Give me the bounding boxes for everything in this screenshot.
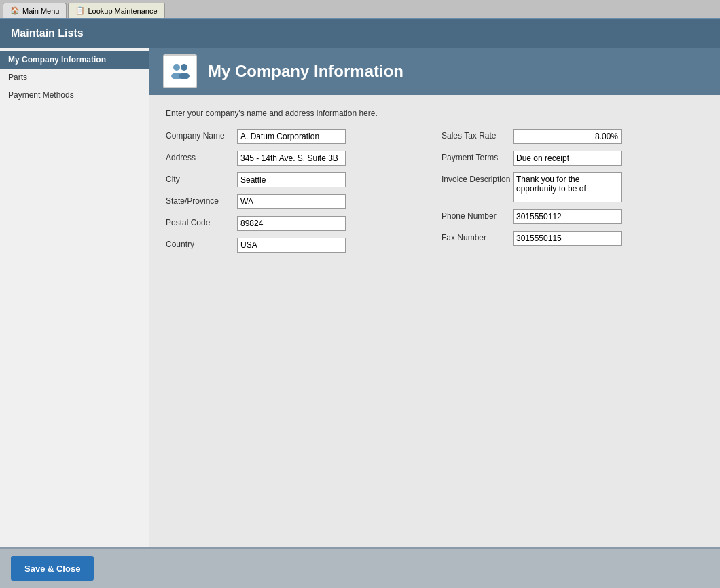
form-description: Enter your company's name and address in… bbox=[166, 109, 704, 118]
sidebar: My Company Information Parts Payment Met… bbox=[0, 48, 149, 547]
tab-main-menu[interactable]: 🏠 Main Menu bbox=[3, 3, 67, 18]
payment-terms-input[interactable] bbox=[513, 151, 622, 166]
city-input[interactable] bbox=[237, 172, 346, 187]
sales-tax-rate-label: Sales Tax Rate bbox=[442, 129, 513, 141]
tab-lookup-maintenance-label: Lookup Maintenance bbox=[88, 7, 157, 15]
svg-point-0 bbox=[173, 64, 180, 71]
country-label: Country bbox=[166, 238, 237, 249]
fax-number-row: Fax Number bbox=[442, 231, 704, 246]
svg-point-2 bbox=[181, 64, 187, 71]
sidebar-item-my-company-information[interactable]: My Company Information bbox=[0, 51, 149, 69]
fax-number-input[interactable] bbox=[513, 231, 622, 246]
address-input[interactable] bbox=[237, 151, 346, 166]
tab-bar: 🏠 Main Menu 📋 Lookup Maintenance bbox=[0, 0, 720, 19]
postal-code-row: Postal Code bbox=[166, 216, 428, 231]
phone-number-row: Phone Number bbox=[442, 209, 704, 224]
address-label: Address bbox=[166, 151, 237, 162]
app-header-title: Maintain Lists bbox=[11, 27, 84, 39]
postal-code-label: Postal Code bbox=[166, 216, 237, 227]
form-grid: Company Name Address City State/Province bbox=[166, 129, 704, 257]
sales-tax-rate-row: Sales Tax Rate bbox=[442, 129, 704, 144]
sales-tax-rate-input[interactable] bbox=[513, 129, 622, 144]
form-right-section: Sales Tax Rate Payment Terms Invoice Des… bbox=[442, 129, 704, 257]
phone-number-label: Phone Number bbox=[442, 209, 513, 221]
country-input[interactable] bbox=[237, 238, 346, 253]
payment-terms-row: Payment Terms bbox=[442, 151, 704, 166]
main-content: My Company Information Parts Payment Met… bbox=[0, 48, 720, 547]
company-name-label: Company Name bbox=[166, 129, 237, 141]
tab-lookup-maintenance[interactable]: 📋 Lookup Maintenance bbox=[68, 3, 164, 18]
content-area: My Company Information Enter your compan… bbox=[149, 48, 720, 547]
invoice-description-label: Invoice Description bbox=[442, 172, 513, 184]
company-name-row: Company Name bbox=[166, 129, 428, 144]
company-name-input[interactable] bbox=[237, 129, 346, 144]
city-row: City bbox=[166, 172, 428, 187]
postal-code-input[interactable] bbox=[237, 216, 346, 231]
save-close-button[interactable]: Save & Close bbox=[11, 556, 94, 581]
city-label: City bbox=[166, 172, 237, 184]
bottom-bar: Save & Close bbox=[0, 547, 720, 588]
country-row: Country bbox=[166, 238, 428, 253]
main-menu-icon: 🏠 bbox=[10, 6, 20, 16]
state-input[interactable] bbox=[237, 194, 346, 209]
app-header: Maintain Lists bbox=[0, 19, 720, 48]
payment-terms-label: Payment Terms bbox=[442, 151, 513, 162]
form-left-section: Company Name Address City State/Province bbox=[166, 129, 428, 257]
address-row: Address bbox=[166, 151, 428, 166]
sidebar-item-payment-methods[interactable]: Payment Methods bbox=[0, 86, 149, 104]
company-icon bbox=[163, 54, 197, 88]
state-row: State/Province bbox=[166, 194, 428, 209]
invoice-description-input[interactable] bbox=[513, 172, 622, 202]
page-title: My Company Information bbox=[208, 62, 403, 81]
form-area: Enter your company's name and address in… bbox=[149, 95, 720, 270]
state-label: State/Province bbox=[166, 194, 237, 206]
phone-number-input[interactable] bbox=[513, 209, 622, 224]
tab-main-menu-label: Main Menu bbox=[22, 7, 59, 15]
invoice-description-row: Invoice Description bbox=[442, 172, 704, 202]
svg-point-3 bbox=[179, 73, 190, 79]
sidebar-item-parts[interactable]: Parts bbox=[0, 69, 149, 86]
page-header: My Company Information bbox=[149, 48, 720, 95]
fax-number-label: Fax Number bbox=[442, 231, 513, 242]
lookup-maintenance-icon: 📋 bbox=[75, 6, 85, 16]
